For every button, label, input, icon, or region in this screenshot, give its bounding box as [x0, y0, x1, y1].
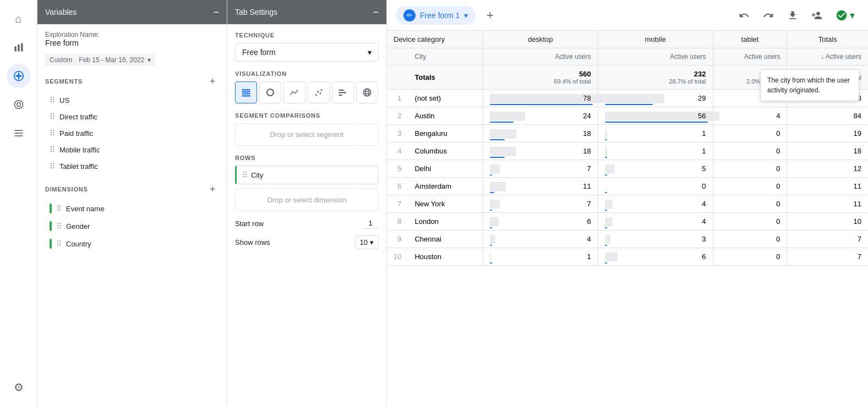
desktop-value: 7: [483, 195, 598, 213]
city-value: Amsterdam: [408, 178, 483, 195]
desktop-value: 6: [483, 213, 598, 231]
status-button[interactable]: ▾: [831, 6, 859, 25]
date-range-picker[interactable]: Custom Feb 15 - Mar 16, 2022 ▾: [45, 54, 155, 66]
tablet-active-users-header[interactable]: Active users: [713, 48, 787, 65]
city-value: London: [408, 213, 483, 231]
add-tab-button[interactable]: +: [480, 6, 500, 25]
segment-label: Direct traffic: [59, 113, 97, 121]
technique-dropdown-icon: ▾: [368, 48, 372, 57]
drag-icon: ⠿: [56, 239, 62, 248]
svg-rect-9: [242, 89, 250, 90]
show-rows-section: Show rows 10 ▾: [235, 235, 379, 249]
technique-dropdown[interactable]: Free form ▾: [235, 43, 379, 62]
dimension-drop-label: Drop or select dimension: [268, 196, 347, 204]
segment-item-mobile[interactable]: ⠿ Mobile traffic: [45, 142, 219, 157]
total-value: 11: [787, 195, 868, 213]
totals-mobile: 232 28.7% of total: [598, 65, 713, 90]
data-table: Device category desktop mobile tablet To…: [387, 31, 868, 266]
svg-rect-19: [339, 90, 344, 91]
show-rows-chevron-icon: ▾: [370, 238, 374, 246]
home-icon[interactable]: ⌂: [7, 7, 31, 31]
rows-label: ROWS: [235, 155, 379, 161]
download-button[interactable]: [783, 6, 803, 25]
explore-icon[interactable]: [7, 64, 31, 88]
add-dimension-button[interactable]: +: [206, 183, 219, 196]
totals-row-num: [387, 65, 408, 90]
drag-icon: ⠿: [56, 222, 62, 231]
tablet-header: tablet: [713, 31, 787, 48]
drag-icon: ⠿: [242, 171, 248, 179]
svg-rect-0: [14, 46, 16, 51]
segment-drop-zone[interactable]: Drop or select segment: [235, 123, 379, 146]
city-value: Chennai: [408, 231, 483, 248]
svg-point-14: [269, 91, 272, 94]
segment-label: US: [59, 96, 69, 105]
line-viz-button[interactable]: [283, 81, 305, 103]
svg-point-18: [321, 89, 323, 91]
data-table-area[interactable]: The city from which the user activity or…: [387, 31, 868, 406]
desktop-active-users-header[interactable]: Active users: [483, 48, 598, 65]
redo-button[interactable]: [758, 6, 778, 25]
dimensions-label: DIMENSIONS: [45, 186, 88, 193]
chart-icon[interactable]: [7, 35, 31, 59]
main-toolbar: ✏ Free form 1 ▾ + ▾: [387, 0, 868, 31]
totals-row-label: Totals: [408, 65, 483, 90]
dimension-item-event[interactable]: ⠿ Event name: [45, 200, 219, 217]
add-segment-button[interactable]: +: [206, 75, 219, 88]
row-number: 6: [387, 178, 408, 195]
table-viz-button[interactable]: [235, 81, 257, 103]
total-value: 19: [787, 125, 868, 142]
total-value: 11: [787, 178, 868, 195]
segment-item-tablet[interactable]: ⠿ Tablet traffic: [45, 158, 219, 174]
variables-panel-title: Variables: [45, 8, 77, 17]
table-row: 7 New York 7 4 0 11: [387, 195, 868, 213]
tooltip-popup: The city from which the user activity or…: [760, 69, 859, 101]
desktop-value: 1: [483, 248, 598, 266]
table-row: 5 Delhi 7 5 0 12: [387, 160, 868, 178]
drag-icon: ⠿: [56, 204, 62, 213]
date-range-label: Custom: [50, 56, 72, 64]
share-user-button[interactable]: [807, 6, 827, 25]
segment-label: Paid traffic: [59, 129, 93, 138]
tablet-value: 0: [713, 248, 787, 266]
variables-panel-minimize[interactable]: −: [213, 7, 219, 17]
segment-item-us[interactable]: ⠿ US: [45, 92, 219, 108]
tab-settings-panel: Tab Settings − TECHNIQUE Free form ▾ VIS…: [227, 0, 387, 406]
undo-button[interactable]: [734, 6, 754, 25]
settings-icon[interactable]: ⚙: [7, 375, 31, 399]
row-number: 7: [387, 195, 408, 213]
date-range-value: Feb 15 - Mar 16, 2022: [79, 56, 144, 64]
svg-point-23: [365, 89, 369, 96]
exploration-name-label: Exploration Name:: [45, 31, 219, 39]
dimension-drop-zone[interactable]: Drop or select dimension: [235, 189, 379, 211]
row-number: 9: [387, 231, 408, 248]
mobile-active-users-header[interactable]: Active users: [598, 48, 713, 65]
tab-chip-label: Free form 1: [420, 11, 460, 20]
desktop-value: 18: [483, 125, 598, 142]
svg-point-5: [17, 103, 20, 107]
start-row-input[interactable]: 1: [362, 218, 379, 229]
svg-rect-7: [14, 133, 23, 134]
dimension-item-gender[interactable]: ⠿ Gender: [45, 218, 219, 234]
tab-settings-minimize[interactable]: −: [373, 7, 379, 17]
totals-active-users-header[interactable]: ↓ Active users: [787, 48, 868, 65]
total-value: 12: [787, 160, 868, 178]
map-viz-button[interactable]: [356, 81, 378, 103]
segment-item-direct[interactable]: ⠿ Direct traffic: [45, 109, 219, 124]
tablet-value: 0: [713, 213, 787, 231]
city-row-chip[interactable]: ⠿ City: [235, 166, 379, 184]
scatter-viz-button[interactable]: [308, 81, 330, 103]
active-tab-chip[interactable]: ✏ Free form 1 ▾: [396, 6, 476, 25]
list-icon[interactable]: [7, 121, 31, 145]
dimension-label: Event name: [66, 205, 104, 213]
city-row-label: City: [251, 171, 263, 179]
segment-item-paid[interactable]: ⠿ Paid traffic: [45, 125, 219, 141]
show-rows-dropdown[interactable]: 10 ▾: [355, 235, 379, 249]
bar-horiz-viz-button[interactable]: [332, 81, 354, 103]
mobile-value: 5: [598, 160, 713, 178]
marketing-icon[interactable]: [7, 92, 31, 117]
svg-rect-12: [242, 95, 250, 96]
dimensions-section-header: DIMENSIONS +: [45, 183, 219, 196]
dimension-item-country[interactable]: ⠿ Country: [45, 235, 219, 252]
donut-viz-button[interactable]: [259, 81, 281, 103]
